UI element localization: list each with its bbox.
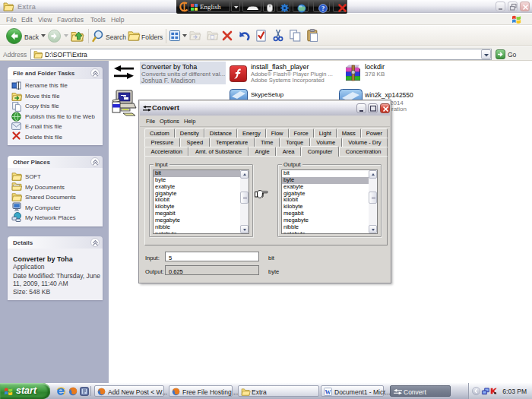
svg-text:?: ?	[321, 5, 324, 12]
svg-text:W: W	[325, 389, 331, 396]
